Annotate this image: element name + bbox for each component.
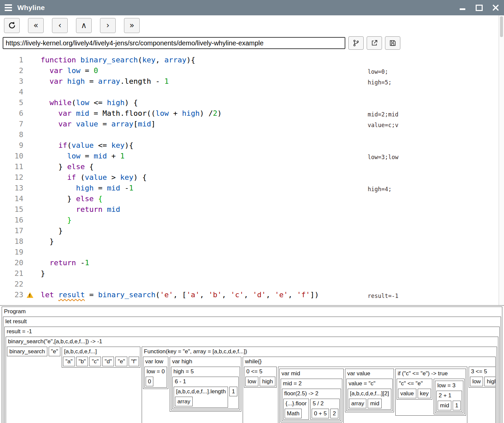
trace-node[interactable]: array bbox=[175, 397, 193, 406]
trace-node[interactable]: while{}0 <= 5lowhighvar midmid = 2floor(… bbox=[243, 357, 496, 423]
trace-node[interactable]: 0 bbox=[146, 377, 153, 386]
trace-node[interactable]: low bbox=[470, 377, 483, 386]
code-line[interactable]: 14 } else { bbox=[0, 193, 504, 204]
code-line[interactable]: 15 return mid bbox=[0, 204, 504, 215]
code-line[interactable]: 12 if (value > key) { bbox=[0, 172, 504, 183]
trace-node[interactable]: mid = 2floor(2.5) -> 2{...}.floorMath5 /… bbox=[281, 379, 342, 422]
trace-node[interactable]: Math bbox=[285, 409, 302, 418]
trace-node[interactable]: high bbox=[260, 377, 275, 386]
trace-node[interactable]: low = 00 bbox=[144, 367, 167, 388]
code-line[interactable]: 6 var mid = Math.floor((low + high) /2)m… bbox=[0, 108, 504, 119]
trace-node[interactable]: [a,b,c,d,e,f...]"a""b""c""d""e""f" bbox=[62, 347, 140, 368]
trace-node[interactable]: "a" bbox=[63, 357, 75, 366]
trace-node[interactable]: {...}.floorMath bbox=[283, 399, 309, 420]
url-input[interactable] bbox=[3, 37, 345, 49]
vertical-scrollbar[interactable] bbox=[499, 15, 504, 305]
code-line[interactable]: 17 } bbox=[0, 226, 504, 236]
code-line[interactable]: 18 } bbox=[0, 236, 504, 247]
code-line[interactable]: 11 } else { bbox=[0, 161, 504, 172]
trace-node[interactable]: value = "c"[a,b,c,d,e,f...][2]arraymid bbox=[346, 379, 393, 411]
trace-node[interactable]: var lowlow = 00 bbox=[143, 357, 168, 389]
trace-node[interactable]: 1 bbox=[229, 387, 237, 396]
trace-node[interactable]: 2 bbox=[330, 409, 338, 418]
close-button[interactable] bbox=[492, 4, 499, 11]
trace-node[interactable]: high = 56 - 1[a,b,c,d,e,f...].lengtharra… bbox=[171, 367, 240, 410]
nav-first-button[interactable]: « bbox=[28, 18, 44, 33]
trace-node[interactable]: 0 <= 5lowhigh bbox=[244, 367, 277, 388]
code-line[interactable]: 7 var value = array[mid]value=c;v bbox=[0, 119, 504, 129]
trace-node[interactable]: "c" <= "e"valuekey bbox=[397, 379, 432, 400]
trace-node[interactable]: Function(key = "e", array = [a,b,c,d,e,f… bbox=[142, 347, 497, 423]
trace-node[interactable]: 2 + 1mid1 bbox=[436, 391, 462, 412]
nav-up-button[interactable]: ∧ bbox=[76, 18, 92, 33]
trace-node[interactable]: var highhigh = 56 - 1[a,b,c,d,e,f...].le… bbox=[170, 357, 241, 412]
trace-node[interactable]: binary_search("e",[a,b,c,d,e,f...]) -> -… bbox=[6, 337, 498, 423]
trace-node[interactable]: 3 <= 5lowhigh bbox=[469, 367, 496, 388]
trace-node[interactable]: "f" bbox=[129, 357, 139, 366]
code-line[interactable]: 22 bbox=[0, 279, 504, 290]
trace-node[interactable]: "c" bbox=[89, 357, 101, 366]
trace-node[interactable]: value bbox=[398, 389, 416, 398]
trace-node[interactable]: low = 32 + 1mid1 bbox=[435, 381, 463, 413]
trace-node[interactable]: let resultresult = -1binary_search("e",[… bbox=[3, 317, 501, 423]
trace-node[interactable]: key bbox=[418, 389, 431, 398]
trace-node[interactable]: 1 bbox=[453, 401, 460, 410]
code-line[interactable]: 1function binary_search(key, array){ bbox=[0, 55, 504, 65]
code-line[interactable]: 16 } bbox=[0, 215, 504, 226]
trace-node[interactable]: [a,b,c,d,e,f...].lengtharray bbox=[174, 387, 228, 408]
trace-node[interactable]: mid bbox=[438, 401, 451, 410]
trace-node[interactable]: var midmid = 2floor(2.5) -> 2{...}.floor… bbox=[278, 367, 467, 423]
trace-node[interactable]: binary_search bbox=[7, 347, 47, 356]
open-external-button[interactable] bbox=[367, 36, 382, 50]
refresh-button[interactable] bbox=[4, 18, 20, 33]
value-annotation[interactable]: high=5; bbox=[368, 77, 404, 88]
trace-node[interactable]: var valuevalue = "c"[a,b,c,d,e,f...][2]a… bbox=[345, 369, 394, 412]
trace-node[interactable]: result = -1binary_search("e",[a,b,c,d,e,… bbox=[4, 327, 500, 423]
trace-node[interactable]: "e" bbox=[115, 357, 127, 366]
trace-node[interactable]: array bbox=[349, 399, 367, 408]
code-line[interactable]: 19 bbox=[0, 247, 504, 258]
warning-icon[interactable] bbox=[27, 292, 33, 298]
value-annotation[interactable]: result=-1 bbox=[368, 291, 404, 301]
scrollbar-thumb[interactable] bbox=[500, 16, 503, 37]
code-line[interactable]: 13 high = mid -1high=4; bbox=[0, 183, 504, 193]
trace-node[interactable]: 6 - 1[a,b,c,d,e,f...].lengtharray1 bbox=[172, 377, 239, 409]
trace-node[interactable]: low = 32 + 1mid1 bbox=[434, 379, 465, 414]
code-line[interactable]: 3 var high = array.length - 1high=5; bbox=[0, 76, 504, 87]
trace-node[interactable]: "d" bbox=[102, 357, 114, 366]
code-line[interactable]: 23let result = binary_search('e', ['a', … bbox=[0, 290, 504, 300]
trace-node[interactable]: "e" bbox=[49, 347, 61, 356]
trace-node[interactable]: high bbox=[484, 377, 496, 386]
code-line[interactable]: 2 var low = 0low=0; bbox=[0, 65, 504, 76]
save-button[interactable] bbox=[385, 36, 400, 50]
trace-node[interactable]: if ("c" <= "e") -> true"c" <= "e"valueke… bbox=[395, 369, 466, 416]
trace-node[interactable]: low bbox=[245, 377, 259, 386]
code-line[interactable]: 8 bbox=[0, 129, 504, 140]
trace-node[interactable]: 5 / 20 + 52 bbox=[310, 399, 340, 420]
trace-node[interactable]: "b" bbox=[76, 357, 88, 366]
code-line[interactable]: 9 if(value <= key){ bbox=[0, 140, 504, 151]
trace-node[interactable]: mid bbox=[368, 399, 381, 408]
value-annotation[interactable]: high=4; bbox=[368, 184, 404, 194]
hamburger-menu-icon[interactable] bbox=[5, 4, 12, 11]
value-annotation[interactable]: low=0; bbox=[368, 66, 404, 77]
code-line[interactable]: 4 bbox=[0, 87, 504, 97]
value-annotation[interactable]: low=3;low bbox=[368, 152, 404, 162]
trace-node[interactable]: floor(2.5) -> 2{...}.floorMath5 / 20 + 5… bbox=[282, 389, 341, 421]
nav-prev-button[interactable]: ‹ bbox=[52, 18, 68, 33]
trace-node[interactable]: [a,b,c,d,e,f...][2]arraymid bbox=[348, 389, 391, 410]
minimize-button[interactable] bbox=[459, 4, 466, 11]
trace-node[interactable]: 0 + 5 bbox=[312, 409, 329, 418]
code-line[interactable]: 10 low = mid + 1low=3;low bbox=[0, 151, 504, 161]
code-line[interactable]: 21} bbox=[0, 268, 504, 279]
nav-last-button[interactable]: » bbox=[124, 18, 140, 33]
branch-button[interactable] bbox=[348, 36, 364, 50]
code-editor[interactable]: 1function binary_search(key, array){2 va… bbox=[0, 51, 504, 305]
trace-node[interactable]: var midmid = 2floor(2.5) -> 2{...}.floor… bbox=[279, 369, 344, 423]
code-line[interactable]: 5 while(low <= high) { bbox=[0, 97, 504, 108]
code-line[interactable]: 20 return -1 bbox=[0, 258, 504, 268]
nav-next-button[interactable]: › bbox=[100, 18, 116, 33]
trace-node[interactable]: Programlet resultresult = -1binary_searc… bbox=[2, 307, 502, 423]
maximize-button[interactable] bbox=[475, 4, 483, 11]
value-annotation[interactable]: value=c;v bbox=[368, 120, 404, 130]
